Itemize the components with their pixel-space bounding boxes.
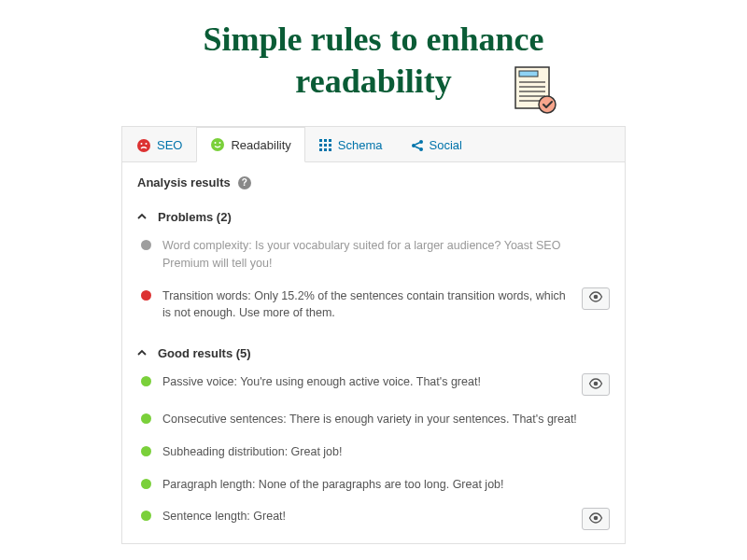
svg-point-9	[141, 143, 143, 145]
result-text: Sentence length: Great!	[162, 508, 571, 525]
analysis-results-title: Analysis results	[137, 175, 231, 189]
highlight-button[interactable]	[582, 373, 610, 396]
share-icon	[411, 139, 424, 152]
svg-point-30	[594, 515, 599, 520]
tab-label: Social	[430, 138, 462, 152]
status-bullet-green	[141, 479, 151, 489]
tab-seo[interactable]: SEO	[122, 127, 196, 162]
result-text: Consecutive sentences: There is enough v…	[162, 411, 610, 428]
tab-label: Readability	[231, 138, 290, 152]
svg-rect-16	[329, 139, 331, 142]
document-check-icon	[508, 63, 560, 119]
svg-line-27	[415, 147, 419, 148]
analysis-results-header: Analysis results ?	[122, 162, 625, 199]
result-text: Passive voice: You're using enough activ…	[162, 373, 571, 391]
svg-point-7	[539, 96, 556, 113]
svg-line-26	[415, 142, 419, 144]
sad-face-icon	[136, 138, 151, 153]
result-row: Word complexity: Is your vocabulary suit…	[137, 230, 610, 280]
svg-rect-22	[329, 148, 331, 151]
svg-rect-15	[324, 139, 327, 142]
status-bullet-green	[141, 446, 151, 456]
tab-readability[interactable]: Readability	[196, 127, 304, 162]
problems-toggle[interactable]: Problems (2)	[137, 204, 610, 230]
status-bullet-gray	[141, 240, 151, 250]
tab-label: Schema	[338, 138, 383, 152]
svg-point-8	[137, 139, 150, 152]
status-bullet-green	[141, 511, 151, 521]
svg-rect-18	[324, 144, 327, 147]
tab-schema[interactable]: Schema	[305, 127, 397, 162]
help-icon[interactable]: ?	[238, 176, 251, 189]
tab-label: SEO	[157, 138, 182, 152]
analysis-panel: SEO Readability Schema Social Analysis r…	[121, 126, 626, 544]
result-text: Word complexity: Is your vocabulary suit…	[162, 237, 610, 273]
good-results-section: Good results (5) Passive voice: You're u…	[122, 335, 625, 543]
svg-point-29	[594, 381, 599, 385]
svg-rect-1	[519, 71, 538, 77]
result-text: Paragraph length: None of the paragraphs…	[162, 476, 610, 494]
chevron-up-icon	[137, 346, 148, 360]
section-title: Problems (2)	[158, 210, 232, 224]
svg-point-10	[146, 143, 148, 145]
grid-icon	[319, 139, 332, 152]
highlight-button[interactable]	[582, 287, 610, 310]
svg-rect-17	[319, 144, 322, 147]
happy-face-icon	[210, 137, 225, 152]
tab-bar: SEO Readability Schema Social	[122, 127, 625, 162]
svg-rect-19	[329, 144, 331, 147]
result-row: Subheading distribution: Great job!	[137, 436, 610, 469]
svg-point-12	[215, 142, 217, 144]
status-bullet-green	[141, 376, 151, 386]
svg-rect-20	[319, 148, 322, 151]
result-row: Consecutive sentences: There is enough v…	[137, 403, 610, 436]
svg-point-28	[594, 295, 599, 300]
problems-section: Problems (2) Word complexity: Is your vo…	[122, 199, 625, 335]
result-row: Passive voice: You're using enough activ…	[137, 366, 610, 403]
tab-social[interactable]: Social	[397, 127, 476, 162]
result-row: Transition words: Only 15.2% of the sent…	[137, 280, 610, 330]
highlight-button[interactable]	[582, 508, 610, 530]
status-bullet-red	[141, 290, 151, 301]
chevron-up-icon	[137, 210, 148, 224]
svg-point-13	[219, 142, 221, 144]
result-row: Sentence length: Great!	[137, 500, 610, 538]
eye-icon	[588, 512, 603, 526]
section-title: Good results (5)	[158, 346, 251, 360]
svg-point-11	[211, 138, 224, 151]
svg-rect-21	[324, 148, 327, 151]
status-bullet-green	[141, 413, 151, 424]
result-text: Transition words: Only 15.2% of the sent…	[162, 287, 571, 323]
svg-rect-14	[319, 139, 322, 142]
result-text: Subheading distribution: Great job!	[162, 443, 610, 461]
eye-icon	[588, 291, 603, 305]
eye-icon	[588, 378, 603, 392]
result-row: Paragraph length: None of the paragraphs…	[137, 469, 610, 501]
good-results-toggle[interactable]: Good results (5)	[137, 341, 610, 366]
page-header: Simple rules to enhance readability	[0, 0, 747, 117]
